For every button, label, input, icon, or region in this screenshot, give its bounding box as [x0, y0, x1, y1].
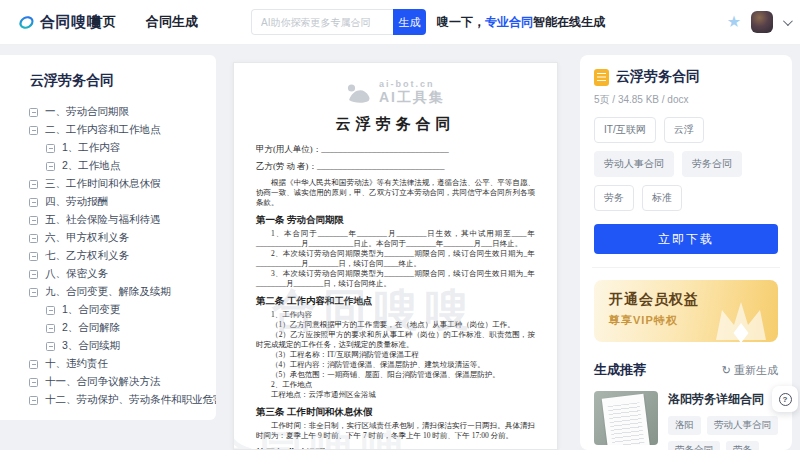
toc-item[interactable]: 三、工作时间和休息休假: [0, 175, 216, 193]
recommend-heading: 生成推荐: [594, 361, 646, 379]
search-input[interactable]: [251, 9, 393, 35]
toc-item[interactable]: 六、甲方权利义务: [0, 229, 216, 247]
tag[interactable]: 劳务: [594, 185, 634, 211]
vip-banner[interactable]: 开通会员权益 尊享VIP特权: [594, 280, 778, 342]
document-preview[interactable]: ai-bot.cn AI工具集 云浮劳务合同 甲方(用人单位)：________…: [233, 62, 558, 450]
contract-paragraph: 2、工作地点: [256, 380, 535, 390]
section-heading: 第三条 工作时间和休息休假: [256, 406, 535, 419]
tagline-highlight: 专业合同: [485, 14, 533, 31]
recommend-tag: 洛阳: [668, 416, 701, 435]
contract-section: 第二条 工作内容和工作地点 1、工作内容（1）乙方同意根据甲方的工作需要，在（地…: [256, 295, 535, 400]
recommend-list: 洛阳劳务详细合同 洛阳劳动人事合同劳务合同劳务详细: [594, 391, 778, 450]
recommend-tag: 劳动人事合同: [707, 416, 778, 435]
nav-link[interactable]: 合同生成: [146, 13, 198, 31]
collapse-icon[interactable]: [46, 306, 55, 315]
toc-title: 云浮劳务合同: [30, 72, 216, 90]
brand-watermark-url: ai-bot.cn: [379, 79, 445, 89]
collapse-icon[interactable]: [46, 144, 55, 153]
contract-paragraph: （1）乙方同意根据甲方的工作需要，在（地点）从事工种（岗位）工作。: [256, 320, 535, 330]
tag[interactable]: 劳动人事合同: [594, 151, 674, 177]
crown-icon: [712, 298, 770, 342]
tagline-suffix: 智能在线生成: [533, 14, 605, 31]
toc-tree: 一、劳动合同期限 二、工作内容和工作地点 1、工作内容 2、工作地点 三、工作时…: [0, 103, 216, 409]
recommend-tags: 洛阳劳动人事合同劳务合同劳务详细: [668, 416, 778, 450]
toc-item-label: 四、劳动报酬: [45, 195, 108, 209]
toc-item[interactable]: 八、保密义务: [0, 265, 216, 283]
toc-item[interactable]: 2、合同解除: [0, 319, 216, 337]
recommend-title[interactable]: 洛阳劳务详细合同: [668, 391, 778, 408]
contract-section: 第一条 劳动合同期限 1、本合同于________年________月_____…: [256, 214, 535, 289]
toc-item-label: 七、乙方权利义务: [45, 249, 129, 263]
contract-sections: 第一条 劳动合同期限 1、本合同于________年________月_____…: [256, 214, 535, 450]
collapse-icon[interactable]: [46, 342, 55, 351]
tag[interactable]: 云浮: [664, 117, 704, 143]
collapse-icon[interactable]: [29, 216, 38, 225]
section-heading: 第二条 工作内容和工作地点: [256, 295, 535, 308]
file-meta: 5页 / 34.85 KB / docx: [594, 93, 778, 107]
toc-item[interactable]: 十、违约责任: [0, 355, 216, 373]
toc-item[interactable]: 七、乙方权利义务: [0, 247, 216, 265]
toc-item[interactable]: 九、合同变更、解除及续期: [0, 283, 216, 301]
docx-file-icon: [594, 69, 609, 86]
logo-icon: [18, 14, 35, 31]
contract-preamble: 根据《中华人民共和国劳动法》等有关法律法规，遵循合法、公平、平等自愿、协商一致、…: [256, 178, 535, 208]
toc-item[interactable]: 二、工作内容和工作地点: [0, 121, 216, 139]
recommend-item[interactable]: 洛阳劳务详细合同 洛阳劳动人事合同劳务合同劳务详细: [594, 391, 778, 450]
recommend-thumbnail[interactable]: [594, 391, 658, 445]
contract-paragraph: （3）工程名称：IT/互联网消防管道保温工程: [256, 350, 535, 360]
info-panel: 云浮劳务合同 5页 / 34.85 KB / docx IT/互联网云浮劳动人事…: [580, 55, 792, 380]
tag-list: IT/互联网云浮劳动人事合同劳务合同劳务标准: [594, 117, 778, 211]
regenerate-label: 重新生成: [734, 363, 778, 378]
toc-item-label: 十二、劳动保护、劳动条件和职业危害防护: [45, 393, 216, 407]
favorite-star-icon[interactable]: ★: [727, 14, 741, 30]
collapse-icon[interactable]: [29, 378, 38, 387]
tag[interactable]: 劳务合同: [682, 151, 742, 177]
toc-item[interactable]: 十一、合同争议解决方法: [0, 373, 216, 391]
toc-item-label: 九、合同变更、解除及续期: [45, 285, 171, 299]
toc-item-label: 五、社会保险与福利待遇: [45, 213, 161, 227]
main-nav: 首页合同生成: [90, 0, 198, 44]
toc-item[interactable]: 3、合同续期: [0, 337, 216, 355]
contract-paragraph: 1、本合同于________年________月________日生效，其中试用…: [256, 229, 535, 249]
collapse-icon[interactable]: [29, 234, 38, 243]
toc-item[interactable]: 1、合同变更: [0, 301, 216, 319]
brand-watermark-name: AI工具集: [379, 89, 445, 107]
tagline: 嗖一下，专业合同智能在线生成: [437, 0, 605, 44]
collapse-icon[interactable]: [29, 252, 38, 261]
collapse-icon[interactable]: [29, 360, 38, 369]
chevron-down-icon[interactable]: [783, 16, 793, 26]
party-b-line: 乙方(劳 动 者)：______________________________: [256, 161, 535, 173]
avatar[interactable]: [751, 11, 773, 33]
party-a-line: 甲方(用人单位)：______________________________: [256, 144, 535, 156]
collapse-icon[interactable]: [29, 288, 38, 297]
toc-item[interactable]: 五、社会保险与福利待遇: [0, 211, 216, 229]
collapse-icon[interactable]: [46, 162, 55, 171]
generate-button[interactable]: 生成: [393, 9, 426, 35]
collapse-icon[interactable]: [29, 180, 38, 189]
tag[interactable]: 标准: [642, 185, 682, 211]
toc-item-label: 一、劳动合同期限: [45, 105, 129, 119]
collapse-icon[interactable]: [29, 396, 38, 405]
nav-link[interactable]: 首页: [90, 13, 116, 31]
toc-item-label: 2、合同解除: [62, 321, 120, 335]
toc-item[interactable]: 十二、劳动保护、劳动条件和职业危害防护: [0, 391, 216, 409]
toc-item[interactable]: 四、劳动报酬: [0, 193, 216, 211]
search-bar: 生成: [251, 9, 426, 35]
tag[interactable]: IT/互联网: [594, 117, 656, 143]
toc-item-label: 三、工作时间和休息休假: [45, 177, 161, 191]
collapse-icon[interactable]: [29, 198, 38, 207]
regenerate-button[interactable]: ↻ 重新生成: [722, 363, 778, 378]
collapse-icon[interactable]: [29, 270, 38, 279]
toc-item-label: 1、工作内容: [62, 141, 120, 155]
toc-item[interactable]: 2、工作地点: [0, 157, 216, 175]
brand-watermark: ai-bot.cn AI工具集: [256, 79, 535, 107]
collapse-icon[interactable]: [29, 108, 38, 117]
download-button[interactable]: 立即下载: [594, 224, 778, 254]
help-button[interactable]: ?: [772, 386, 798, 412]
recommend-tag: 劳务: [726, 441, 759, 450]
toc-item[interactable]: 一、劳动合同期限: [0, 103, 216, 121]
toc-item-label: 2、工作地点: [62, 159, 120, 173]
collapse-icon[interactable]: [29, 126, 38, 135]
collapse-icon[interactable]: [46, 324, 55, 333]
toc-item[interactable]: 1、工作内容: [0, 139, 216, 157]
